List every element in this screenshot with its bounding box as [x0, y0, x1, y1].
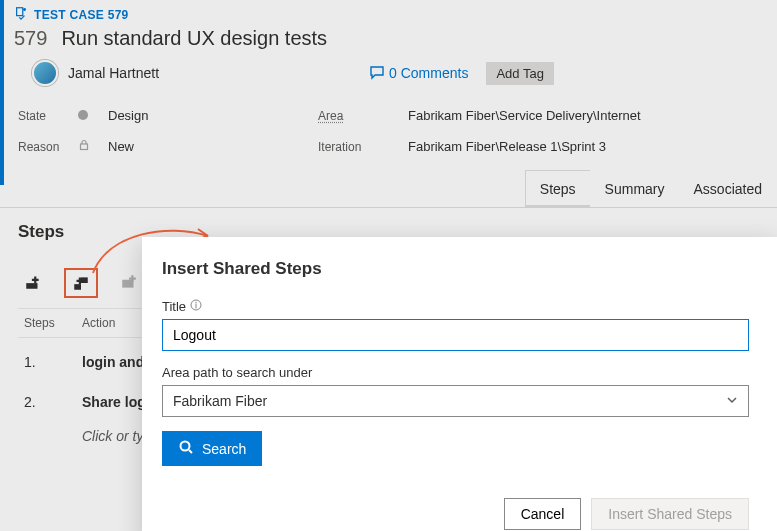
svg-rect-2: [81, 144, 88, 150]
insert-shared-steps-dialog: Insert Shared Steps Title Area path to s…: [142, 237, 777, 531]
area-path-value: Fabrikam Fiber: [173, 393, 267, 409]
reason-value: New: [108, 139, 318, 154]
add-step-icon[interactable]: [24, 273, 42, 294]
info-icon[interactable]: [190, 299, 202, 314]
iteration-value[interactable]: Fabrikam Fiber\Release 1\Sprint 3: [408, 139, 763, 154]
area-label: Area: [318, 109, 408, 123]
workitem-type-label: TEST CASE 579: [34, 8, 129, 22]
avatar[interactable]: [32, 60, 58, 86]
search-button[interactable]: Search: [162, 431, 262, 466]
assignee-name[interactable]: Jamal Hartnett: [68, 65, 159, 81]
area-path-select[interactable]: Fabrikam Fiber: [162, 385, 749, 417]
tab-summary[interactable]: Summary: [590, 170, 680, 207]
svg-rect-0: [17, 8, 23, 16]
step-action: Share log-: [82, 394, 150, 410]
area-path-label: Area path to search under: [162, 365, 312, 380]
toolbar-disabled-icon: [120, 273, 138, 294]
title-input[interactable]: [162, 319, 749, 351]
lock-icon: [78, 139, 108, 154]
state-label: State: [18, 109, 78, 123]
step-number: 1.: [24, 354, 64, 370]
insert-shared-steps-button[interactable]: [64, 268, 98, 298]
title-field-label: Title: [162, 299, 186, 314]
steps-col-action: Action: [82, 316, 115, 330]
search-icon: [178, 439, 194, 458]
state-dot-icon: [78, 108, 108, 123]
step-number: 2.: [24, 394, 64, 410]
cancel-button[interactable]: Cancel: [504, 498, 582, 530]
iteration-label: Iteration: [318, 140, 408, 154]
state-value[interactable]: Design: [108, 108, 318, 123]
reason-label: Reason: [18, 140, 78, 154]
add-tag-button[interactable]: Add Tag: [486, 62, 553, 85]
comments-count: 0 Comments: [389, 65, 468, 81]
test-case-icon: [14, 6, 28, 23]
tab-associated[interactable]: Associated: [679, 170, 777, 207]
chevron-down-icon: [726, 393, 738, 409]
svg-point-8: [181, 442, 190, 451]
comment-icon: [369, 64, 385, 83]
svg-point-1: [24, 9, 26, 11]
dialog-title: Insert Shared Steps: [162, 259, 749, 279]
area-value[interactable]: Fabrikam Fiber\Service Delivery\Internet: [408, 108, 763, 123]
svg-rect-4: [74, 284, 81, 290]
workitem-title[interactable]: Run standard UX design tests: [61, 27, 327, 50]
comments-link[interactable]: 0 Comments: [369, 64, 468, 83]
search-button-label: Search: [202, 441, 246, 457]
insert-shared-steps-submit: Insert Shared Steps: [591, 498, 749, 530]
workitem-id: 579: [14, 27, 47, 50]
steps-col-number: Steps: [24, 316, 64, 330]
svg-rect-3: [26, 283, 37, 289]
tab-steps[interactable]: Steps: [525, 170, 591, 207]
